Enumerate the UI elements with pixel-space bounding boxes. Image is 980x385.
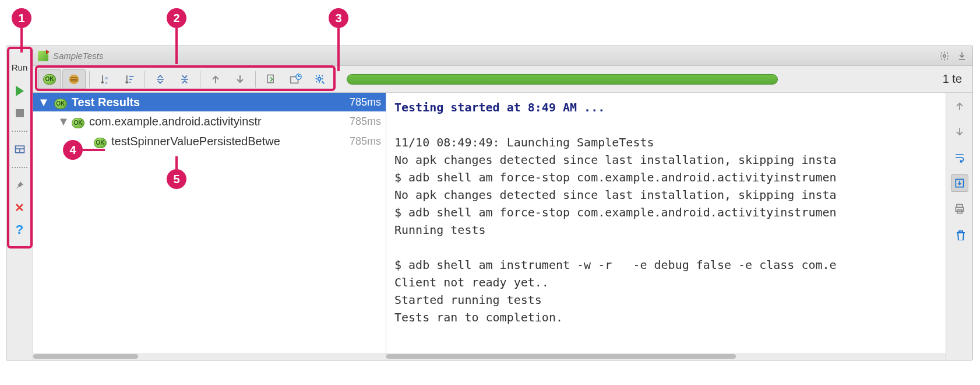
separator	[200, 71, 200, 88]
chevron-down-icon: ▼	[58, 115, 68, 128]
collapse-all-icon	[179, 74, 191, 85]
svg-text:z: z	[105, 79, 108, 85]
console-line: No apk changes detected since last insta…	[394, 188, 837, 202]
tree-method-label: testSpinnerValuePersistedBetwe	[111, 135, 346, 148]
chevron-down-icon: ▼	[38, 96, 50, 109]
gear-small-icon	[314, 74, 326, 85]
pin-button[interactable]	[13, 178, 27, 192]
left-toolbar: Run ✕ ?	[6, 46, 33, 360]
console-output[interactable]: Testing started at 8:49 AM ... 11/10 08:…	[386, 93, 946, 353]
close-button[interactable]: ✕	[13, 201, 27, 215]
tree-h-scrollbar[interactable]	[33, 353, 386, 360]
console-pane: Testing started at 8:49 AM ... 11/10 08:…	[386, 93, 946, 360]
callout-4: 4	[63, 140, 83, 160]
callout-5-stem	[175, 156, 178, 169]
print-icon	[954, 203, 965, 215]
main-column: SampleTests OK az	[33, 46, 972, 360]
scroll-down-button[interactable]	[951, 123, 968, 141]
scroll-thumb[interactable]	[386, 354, 736, 359]
test-settings-button[interactable]	[308, 69, 332, 89]
prev-failed-button[interactable]	[204, 69, 227, 89]
tree-root-row[interactable]: ▼ OK Test Results 785ms	[33, 93, 386, 111]
run-tool-window: Run ✕ ? SampleTests OK	[6, 46, 973, 360]
sort-alpha-button[interactable]: az	[93, 69, 117, 89]
tree-method-row[interactable]: OK testSpinnerValuePersistedBetwe 785ms	[33, 131, 386, 151]
console-line: $ adb shell am force-stop com.example.an…	[394, 170, 837, 184]
rerun-button[interactable]	[13, 84, 27, 98]
console-line: Client not ready yet..	[394, 275, 549, 289]
close-icon: ✕	[15, 201, 24, 215]
scroll-to-end-icon	[954, 177, 965, 189]
callout-2: 2	[167, 8, 186, 28]
console-line: $ adb shell am force-stop com.example.an…	[394, 205, 837, 219]
scroll-to-end-button[interactable]	[951, 174, 968, 192]
console-line: Tests ran to completion.	[394, 310, 563, 324]
callout-2-stem	[175, 28, 178, 64]
callout-3: 3	[329, 8, 348, 28]
content-row: ▼ OK Test Results 785ms ▼ OK com.example…	[33, 93, 972, 360]
expand-all-button[interactable]	[149, 69, 172, 89]
next-failed-button[interactable]	[228, 69, 252, 89]
tree-class-label: com.example.android.activityinstr	[89, 115, 346, 128]
gear-icon	[939, 51, 950, 61]
arrow-down-icon	[954, 126, 965, 138]
sort-duration-button[interactable]	[118, 69, 141, 89]
pin-icon	[15, 180, 25, 191]
soft-wrap-button[interactable]	[951, 149, 968, 166]
show-passed-toggle[interactable]: OK	[38, 69, 61, 89]
tree-class-row[interactable]: ▼ OK com.example.android.activityinstr 7…	[33, 111, 386, 131]
console-line: $ adb shell am instrument -w -r -e debug…	[394, 258, 837, 272]
settings-button[interactable]	[939, 50, 950, 62]
stop-button[interactable]	[13, 106, 27, 120]
arrow-up-icon	[210, 74, 221, 85]
test-toolbar: OK az	[33, 66, 972, 93]
tab-header: SampleTests	[33, 46, 972, 66]
run-label: Run	[12, 62, 28, 72]
help-button[interactable]: ?	[13, 223, 27, 237]
ok-icon: OK	[43, 74, 56, 85]
export-button[interactable]	[956, 50, 968, 62]
console-line: Running tests	[394, 223, 486, 237]
test-progress-bar	[347, 74, 778, 85]
layout-icon	[14, 144, 26, 155]
callout-5: 5	[167, 169, 186, 189]
arrow-up-icon	[954, 100, 965, 112]
import-results-button[interactable]	[284, 69, 307, 89]
layout-button[interactable]	[13, 142, 27, 156]
show-ignored-toggle[interactable]	[62, 69, 86, 89]
tree-root-time: 785ms	[350, 96, 381, 108]
tree-class-time: 785ms	[346, 116, 381, 128]
history-icon	[289, 73, 302, 86]
ok-icon: OK	[72, 118, 84, 128]
separator	[12, 131, 27, 132]
configuration-name: SampleTests	[53, 51, 103, 61]
scroll-thumb[interactable]	[33, 354, 138, 359]
separator	[89, 71, 90, 88]
console-line: Started running tests	[394, 293, 542, 307]
test-tree-pane: ▼ OK Test Results 785ms ▼ OK com.example…	[33, 93, 386, 360]
scroll-up-button[interactable]	[951, 97, 968, 115]
console-right-toolbar	[946, 93, 972, 360]
ignored-icon	[68, 73, 80, 86]
trash-icon	[954, 229, 965, 240]
callout-4-stem	[83, 149, 105, 151]
callout-1-stem	[20, 28, 23, 52]
arrow-down-icon	[234, 74, 246, 85]
expand-all-icon	[154, 74, 166, 85]
tree-method-time: 785ms	[346, 135, 381, 148]
console-h-scrollbar[interactable]	[386, 353, 946, 360]
download-icon	[957, 51, 967, 61]
export-icon	[265, 74, 277, 85]
collapse-all-button[interactable]	[173, 69, 196, 89]
console-line: 11/10 08:49:49: Launching SampleTests	[394, 135, 654, 149]
clear-button[interactable]	[951, 226, 968, 243]
separator	[255, 71, 256, 88]
help-icon: ?	[16, 222, 23, 237]
ok-icon: OK	[94, 138, 107, 148]
export-results-button[interactable]	[259, 69, 283, 89]
android-test-icon	[38, 51, 48, 61]
print-button[interactable]	[951, 200, 968, 218]
console-line: No apk changes detected since last insta…	[394, 153, 837, 167]
callout-3-stem	[337, 28, 340, 71]
sort-duration-icon	[124, 74, 135, 85]
